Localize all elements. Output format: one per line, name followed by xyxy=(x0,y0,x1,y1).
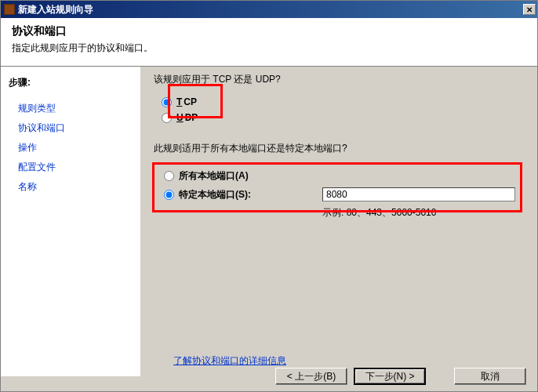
specific-ports-row: 特定本地端口(S): xyxy=(164,185,515,204)
sidebar-item-profile[interactable]: 配置文件 xyxy=(9,158,133,177)
tcp-row: TCP xyxy=(162,94,281,110)
tcp-radio[interactable] xyxy=(162,97,172,107)
footer-buttons: < 上一步(B) 下一步(N) > 取消 xyxy=(275,368,526,385)
back-button[interactable]: < 上一步(B) xyxy=(275,368,347,385)
tcp-rest: CP xyxy=(184,96,197,107)
port-group: 所有本地端口(A) 特定本地端口(S): 示例: 80、443、5000-501… xyxy=(164,167,515,220)
sidebar-item-protocol-port[interactable]: 协议和端口 xyxy=(9,118,133,138)
udp-label[interactable]: UDP xyxy=(176,112,198,123)
close-icon: ✕ xyxy=(526,5,533,14)
all-ports-label[interactable]: 所有本地端口(A) xyxy=(179,169,249,183)
all-ports-radio[interactable] xyxy=(164,171,174,181)
next-button[interactable]: 下一步(N) > xyxy=(354,368,426,385)
protocol-radio-group: TCP UDP xyxy=(162,94,281,125)
udp-accel: U xyxy=(176,112,184,123)
tcp-accel: T xyxy=(176,96,182,107)
port-input[interactable] xyxy=(322,187,515,201)
udp-radio[interactable] xyxy=(162,113,172,123)
sidebar-item-action[interactable]: 操作 xyxy=(9,138,133,158)
titlebar: 新建入站规则向导 ✕ xyxy=(1,1,537,18)
udp-row: UDP xyxy=(162,110,281,125)
protocol-question: 该规则应用于 TCP 还是 UDP? xyxy=(154,73,281,86)
page-subtitle: 指定此规则应用于的协议和端口。 xyxy=(12,42,526,55)
sidebar-title: 步骤: xyxy=(9,76,133,89)
sidebar-item-rule-type[interactable]: 规则类型 xyxy=(9,99,133,118)
specific-ports-radio[interactable] xyxy=(164,190,174,200)
close-button[interactable]: ✕ xyxy=(523,4,536,15)
protocol-group: 该规则应用于 TCP 还是 UDP? TCP UDP xyxy=(154,73,281,125)
port-question: 此规则适用于所有本地端口还是特定本地端口? xyxy=(154,142,347,155)
tcp-label[interactable]: TCP xyxy=(176,96,197,107)
port-example: 示例: 80、443、5000-5010 xyxy=(321,206,515,220)
titlebar-left: 新建入站规则向导 xyxy=(4,3,93,16)
sidebar-item-name[interactable]: 名称 xyxy=(9,177,133,197)
cancel-button[interactable]: 取消 xyxy=(454,368,526,385)
details-link[interactable]: 了解协议和端口的详细信息 xyxy=(173,354,286,368)
header-section: 协议和端口 指定此规则应用于的协议和端口。 xyxy=(1,18,537,67)
specific-ports-label[interactable]: 特定本地端口(S): xyxy=(179,188,251,201)
udp-rest: DP xyxy=(185,112,198,123)
all-ports-row: 所有本地端口(A) xyxy=(164,167,515,185)
wizard-window: 新建入站规则向导 ✕ 协议和端口 指定此规则应用于的协议和端口。 步骤: 规则类… xyxy=(0,0,538,392)
window-title: 新建入站规则向导 xyxy=(18,3,93,16)
sidebar: 步骤: 规则类型 协议和端口 操作 配置文件 名称 xyxy=(1,67,140,376)
app-icon xyxy=(4,4,15,15)
page-title: 协议和端口 xyxy=(12,24,526,38)
